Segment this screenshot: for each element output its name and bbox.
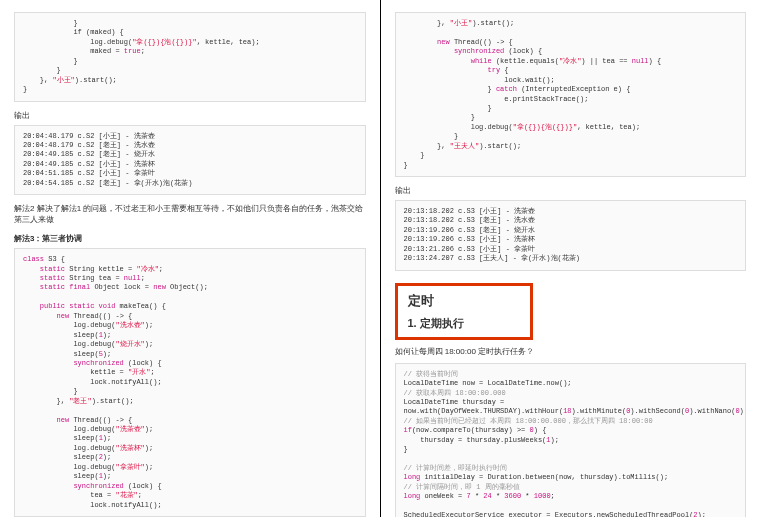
code-cm: // 如果当前时间已经超过 本周四 18:00:00.000，那么找下周四 18… bbox=[404, 417, 653, 425]
code-line: (lock) { bbox=[124, 359, 162, 367]
code-line: maked = bbox=[23, 47, 124, 55]
code-kw: synchronized bbox=[23, 359, 124, 367]
code-line: ; bbox=[150, 368, 154, 376]
code-line: } bbox=[23, 85, 27, 93]
code-line: ) || tea == bbox=[581, 57, 631, 65]
code-line: lock.notifyAll(); bbox=[23, 378, 162, 386]
out-line: 20:04:48.179 c.S2 [老王] - 洗水壶 bbox=[23, 141, 155, 149]
code-lit: 18 bbox=[563, 407, 571, 415]
code-kw: static bbox=[23, 265, 65, 273]
code-line: ); bbox=[698, 511, 706, 517]
code-kw: while bbox=[404, 57, 492, 65]
code-line: } bbox=[404, 113, 475, 121]
out-line: 20:13:18.202 c.S3 [老王] - 洗水壶 bbox=[404, 216, 536, 224]
right-code-block-2: // 获得当前时间 LocalDateTime now = LocalDateT… bbox=[395, 363, 747, 517]
code-line: lock.wait(); bbox=[404, 76, 555, 84]
code-line: kettle = bbox=[23, 368, 128, 376]
code-line: ); bbox=[145, 444, 153, 452]
left-paragraph-2: 解法2 解决了解法1 的问题，不过老王和小王需要相互等待，不如他们只负责各自的任… bbox=[14, 203, 366, 225]
left-code-block-2: class S3 { static String kettle = "冷水"; … bbox=[14, 248, 366, 517]
code-line: } bbox=[404, 445, 408, 453]
code-line: thursday = thursday.plusWeeks( bbox=[404, 436, 547, 444]
highlighted-box: 定时 1. 定期执行 bbox=[395, 283, 533, 340]
code-line: }, bbox=[23, 397, 69, 405]
out-line: 20:13:21.206 c.S3 [小王] - 拿茶叶 bbox=[404, 245, 536, 253]
code-kw: public static void bbox=[23, 302, 115, 310]
code-string: "拿({}){泡({})}" bbox=[132, 38, 196, 46]
code-line: ).withNano( bbox=[689, 407, 735, 415]
code-line: (lock) { bbox=[124, 482, 162, 490]
code-kw: true bbox=[124, 47, 141, 55]
code-line: * bbox=[492, 492, 505, 500]
code-line: } bbox=[23, 57, 78, 65]
code-kw: class bbox=[23, 255, 44, 263]
code-lit: 3600 bbox=[504, 492, 521, 500]
code-line: ); bbox=[145, 321, 153, 329]
code-line: sleep( bbox=[23, 453, 99, 461]
code-line: sleep( bbox=[23, 331, 99, 339]
code-string: "冷水" bbox=[559, 57, 581, 65]
code-line: } bbox=[404, 104, 492, 112]
code-string: "王夫人" bbox=[450, 142, 479, 150]
code-line: ); bbox=[103, 350, 111, 358]
code-line: ).start(); bbox=[479, 142, 521, 150]
code-kw: try bbox=[404, 66, 501, 74]
code-line: Thread(() -> { bbox=[69, 416, 132, 424]
out-line: 20:04:49.185 c.S2 [小王] - 洗茶杯 bbox=[23, 160, 155, 168]
code-line: String tea = bbox=[65, 274, 124, 282]
out-line: 20:04:51.185 c.S2 [小王] - 拿茶叶 bbox=[23, 169, 155, 177]
code-kw: long bbox=[404, 473, 421, 481]
code-line: * bbox=[471, 492, 484, 500]
code-line: Object lock = bbox=[90, 283, 153, 291]
code-string: "洗茶壶" bbox=[115, 425, 144, 433]
out-line: 20:13:19.206 c.S3 [小王] - 洗茶杯 bbox=[404, 235, 536, 243]
code-string: "拿({}){泡({})}" bbox=[513, 123, 577, 131]
code-string: "开水" bbox=[128, 368, 150, 376]
code-line: ; bbox=[159, 265, 163, 273]
right-column: }, "小王").start(); new Thread(() -> { syn… bbox=[381, 0, 761, 517]
code-kw: null bbox=[632, 57, 649, 65]
code-kw: catch bbox=[496, 85, 517, 93]
code-line: e.printStackTrace(); bbox=[404, 95, 589, 103]
code-line: }, bbox=[404, 19, 450, 27]
code-kw: static final bbox=[23, 283, 90, 291]
code-line: sleep( bbox=[23, 350, 99, 358]
code-line: ); bbox=[145, 340, 153, 348]
right-paragraph: 如何让每周四 18:00:00 定时执行任务？ bbox=[395, 346, 747, 357]
code-line: log.debug( bbox=[23, 425, 115, 433]
code-line: Thread(() -> { bbox=[69, 312, 132, 320]
code-line: } bbox=[404, 161, 408, 169]
code-cm: // 计算间隔时间，即 1 周的毫秒值 bbox=[404, 483, 520, 491]
code-line: , kettle, tea); bbox=[577, 123, 640, 131]
code-line: if (maked) { bbox=[23, 28, 124, 36]
out-line: 20:13:24.207 c.S3 [王夫人] - 拿(开水)泡(花茶) bbox=[404, 254, 580, 262]
code-kw: new bbox=[23, 312, 69, 320]
code-kw: static bbox=[23, 274, 65, 282]
code-line: tea = bbox=[23, 491, 115, 499]
code-lit: 24 bbox=[483, 492, 491, 500]
code-line: }, bbox=[23, 76, 52, 84]
code-line: }, bbox=[404, 142, 450, 150]
code-string: "冷水" bbox=[136, 265, 158, 273]
code-line: ).start(); bbox=[472, 19, 514, 27]
code-line: now.with(DayOfWeek.THURSDAY).withHour( bbox=[404, 407, 564, 415]
code-line: ); bbox=[103, 434, 111, 442]
code-kw: synchronized bbox=[23, 482, 124, 490]
code-kw: new bbox=[153, 283, 166, 291]
out-line: 20:04:49.185 c.S2 [老王] - 烧开水 bbox=[23, 150, 155, 158]
code-string: "小王" bbox=[450, 19, 472, 27]
out-line: 20:13:19.206 c.S3 [老王] - 烧开水 bbox=[404, 226, 536, 234]
code-string: "花茶" bbox=[115, 491, 137, 499]
code-line: , kettle, tea); bbox=[197, 38, 260, 46]
code-line: Thread(() -> { bbox=[450, 38, 513, 46]
code-line: S3 { bbox=[44, 255, 65, 263]
code-line: Object(); bbox=[166, 283, 208, 291]
code-line: ).start(); bbox=[92, 397, 134, 405]
right-output-block-1: 20:13:18.202 c.S3 [小王] - 洗茶壶 20:13:18.20… bbox=[395, 200, 747, 271]
code-line: ); bbox=[103, 453, 111, 461]
code-line: } bbox=[404, 85, 496, 93]
code-line: sleep( bbox=[23, 434, 99, 442]
code-line: ; bbox=[551, 492, 555, 500]
code-line: log.debug( bbox=[404, 123, 513, 131]
code-line: LocalDateTime now = LocalDateTime.now(); bbox=[404, 379, 572, 387]
